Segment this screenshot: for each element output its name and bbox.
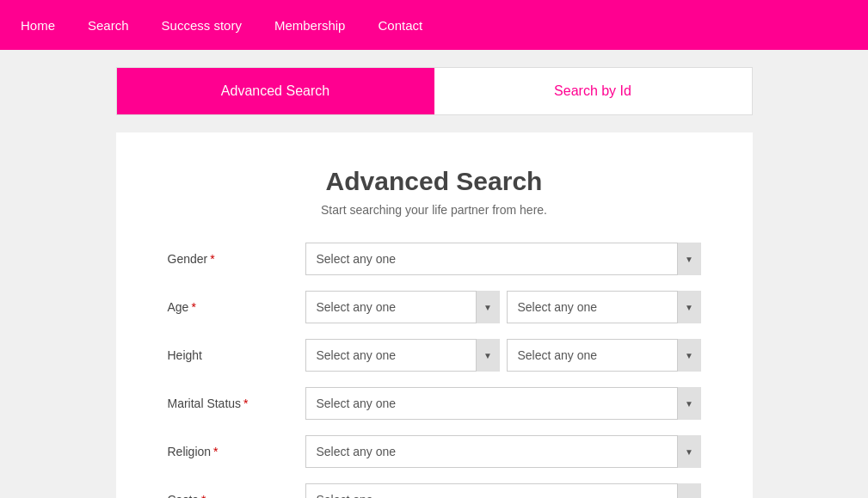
marital-status-row: Marital Status* Select any one [168, 387, 701, 420]
gender-row: Gender* Select any one [168, 243, 701, 275]
gender-select-wrapper: Select any one [305, 243, 701, 275]
height-from-wrapper: Select any one [305, 339, 500, 372]
marital-status-controls: Select any one [305, 387, 701, 420]
marital-status-wrapper: Select any one [305, 387, 701, 420]
gender-label: Gender* [168, 252, 305, 266]
navbar: Home Search Success story Membership Con… [0, 0, 868, 50]
tab-container: Advanced Search Search by Id [116, 67, 753, 115]
height-to-wrapper: Select any one [507, 339, 701, 372]
age-row: Age* Select any one Select any one [168, 291, 701, 323]
age-controls: Select any one Select any one [305, 291, 701, 323]
caste-wrapper: Select one [305, 483, 701, 498]
age-label: Age* [168, 300, 305, 314]
age-from-select[interactable]: Select any one [305, 291, 500, 323]
form-subtitle: Start searching your life partner from h… [168, 203, 701, 217]
marital-status-select[interactable]: Select any one [305, 387, 701, 420]
tab-search-by-id[interactable]: Search by Id [434, 68, 752, 114]
caste-controls: Select one [305, 483, 701, 498]
nav-success-story[interactable]: Success story [158, 3, 245, 48]
age-from-wrapper: Select any one [305, 291, 500, 323]
religion-select[interactable]: Select any one [305, 435, 701, 468]
form-title: Advanced Search [168, 167, 701, 196]
religion-row: Religion* Select any one [168, 435, 701, 468]
form-card: Advanced Search Start searching your lif… [116, 132, 753, 498]
age-to-wrapper: Select any one [507, 291, 701, 323]
age-to-select[interactable]: Select any one [507, 291, 701, 323]
height-controls: Select any one Select any one [305, 339, 701, 372]
caste-select[interactable]: Select one [305, 483, 701, 498]
nav-search[interactable]: Search [84, 3, 132, 48]
height-from-select[interactable]: Select any one [305, 339, 500, 372]
height-label: Height [168, 348, 305, 362]
gender-controls: Select any one [305, 243, 701, 275]
religion-label: Religion* [168, 445, 305, 458]
tab-advanced-search[interactable]: Advanced Search [117, 68, 434, 114]
nav-home[interactable]: Home [17, 3, 58, 48]
marital-status-label: Marital Status* [168, 397, 305, 410]
religion-wrapper: Select any one [305, 435, 701, 468]
religion-controls: Select any one [305, 435, 701, 468]
main-content: Advanced Search Search by Id Advanced Se… [0, 50, 868, 498]
height-to-select[interactable]: Select any one [507, 339, 701, 372]
height-row: Height Select any one Select any one [168, 339, 701, 372]
caste-row: Caste* Select one [168, 483, 701, 498]
nav-contact[interactable]: Contact [374, 3, 426, 48]
gender-select[interactable]: Select any one [305, 243, 701, 275]
caste-label: Caste* [168, 493, 305, 498]
nav-membership[interactable]: Membership [271, 3, 349, 48]
